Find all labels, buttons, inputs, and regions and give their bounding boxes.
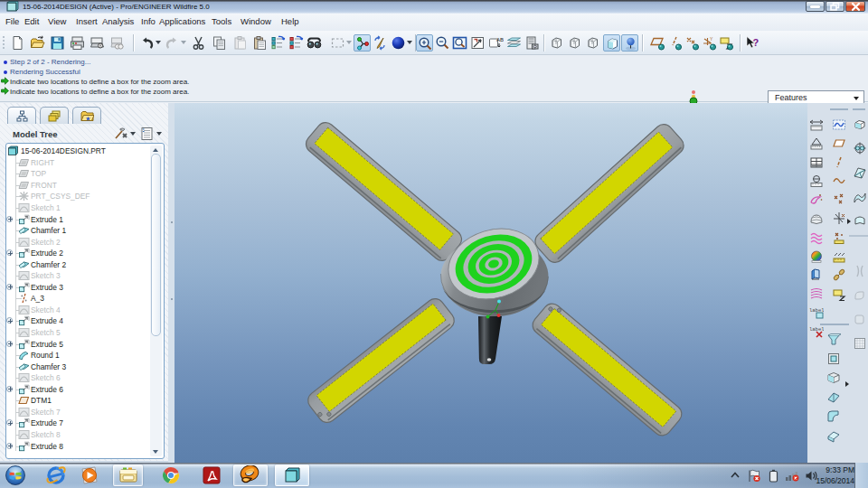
svg-text:Y: Y (710, 36, 713, 42)
svg-text:?: ? (753, 37, 760, 48)
svg-text:AB: AB (496, 37, 504, 42)
